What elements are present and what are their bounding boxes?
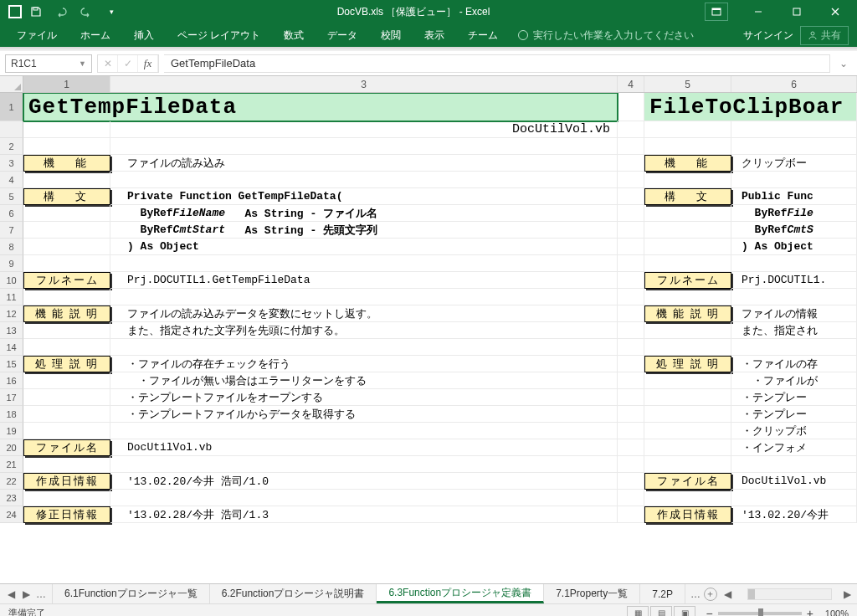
scroll-right-icon[interactable]: ▶ xyxy=(844,588,855,600)
cell[interactable] xyxy=(644,423,731,439)
zoom-in-button[interactable]: + xyxy=(807,607,813,617)
fx-icon[interactable]: fx xyxy=(138,55,158,72)
cell[interactable] xyxy=(110,423,618,439)
cell[interactable] xyxy=(618,205,644,222)
cell-subpath[interactable]: DocUtilVol.vb xyxy=(110,121,618,138)
zoom-level[interactable]: 100% xyxy=(825,608,849,617)
view-page-layout-icon[interactable]: ▤ xyxy=(650,606,672,617)
cell[interactable] xyxy=(618,239,644,255)
close-button[interactable] xyxy=(817,0,854,23)
cell[interactable]: '13.02.20/今井 浩司/1.0 xyxy=(110,473,618,490)
sign-in-link[interactable]: サインイン xyxy=(743,28,793,43)
cell[interactable] xyxy=(23,172,110,188)
cell[interactable]: ByRef CmtStart As String - 先頭文字列 xyxy=(110,222,618,239)
cell[interactable] xyxy=(731,121,857,138)
chevron-down-icon[interactable]: ▼ xyxy=(79,59,86,68)
cell[interactable] xyxy=(618,255,644,272)
cell[interactable]: ByRef File xyxy=(731,205,857,222)
row-header[interactable]: 23 xyxy=(0,490,23,506)
cell[interactable] xyxy=(644,138,731,155)
cell-title-right[interactable]: FileToClipBoar xyxy=(644,93,857,121)
cell[interactable] xyxy=(618,339,644,356)
redo-icon[interactable] xyxy=(75,3,97,21)
sheet-tab[interactable]: 7.2P xyxy=(640,584,685,603)
select-all-corner[interactable] xyxy=(0,76,23,92)
cell[interactable] xyxy=(618,356,644,372)
cell[interactable] xyxy=(23,205,110,222)
label-cell[interactable]: ファイル名 xyxy=(23,439,110,456)
sheet-scroll-more-icon[interactable]: … xyxy=(690,588,700,600)
formula-input[interactable]: GetTempFileData xyxy=(164,54,830,73)
view-page-break-icon[interactable]: ▣ xyxy=(674,606,695,617)
cell[interactable] xyxy=(23,406,110,423)
row-header[interactable]: 9 xyxy=(0,255,23,272)
cell[interactable] xyxy=(23,138,110,155)
cell[interactable] xyxy=(644,255,731,272)
cell[interactable] xyxy=(731,172,857,188)
row-header[interactable]: 22 xyxy=(0,473,23,490)
cell[interactable] xyxy=(110,255,618,272)
cell[interactable] xyxy=(731,490,857,506)
view-normal-icon[interactable]: ▦ xyxy=(627,606,649,617)
row-header[interactable]: 8 xyxy=(0,239,23,255)
row-header[interactable]: 17 xyxy=(0,389,23,406)
worksheet-grid[interactable]: 1 3 4 5 6 1 GetTempFileData FileToClipBo… xyxy=(0,76,857,583)
cell[interactable] xyxy=(23,372,110,389)
cell[interactable]: '13.02.28/今井 浩司/1.3 xyxy=(110,506,618,523)
cell[interactable] xyxy=(644,205,731,222)
tab-review[interactable]: 校閲 xyxy=(369,23,413,47)
tell-me-search[interactable]: 実行したい作業を入力してください xyxy=(518,23,694,47)
cell[interactable] xyxy=(110,138,618,155)
row-header[interactable]: 1 xyxy=(0,93,23,121)
sheet-tab[interactable]: 6.1Functionプロシージャ一覧 xyxy=(53,584,210,603)
cell[interactable]: ・インフォメ xyxy=(731,439,857,456)
cell[interactable] xyxy=(618,188,644,205)
cell[interactable] xyxy=(23,121,110,138)
label-cell[interactable]: 処 理 説 明 xyxy=(23,356,110,372)
cell-title-left[interactable]: GetTempFileData xyxy=(23,93,618,121)
cell[interactable] xyxy=(731,138,857,155)
cell[interactable] xyxy=(731,339,857,356)
name-box[interactable]: R1C1 ▼ xyxy=(5,54,92,73)
cell[interactable] xyxy=(618,172,644,188)
ribbon-display-options-icon[interactable] xyxy=(705,3,728,21)
zoom-out-button[interactable]: − xyxy=(706,607,712,617)
cell[interactable] xyxy=(23,423,110,439)
cancel-formula-icon[interactable]: ✕ xyxy=(98,55,118,72)
cell[interactable]: Prj.DOCUTIL1. xyxy=(731,272,857,289)
scroll-left-icon[interactable]: ◀ xyxy=(724,588,736,600)
minimize-button[interactable] xyxy=(740,0,777,23)
cell[interactable] xyxy=(618,322,644,339)
tab-home[interactable]: ホーム xyxy=(69,23,122,47)
row-header[interactable]: 20 xyxy=(0,439,23,456)
cell[interactable] xyxy=(618,305,644,322)
cell[interactable] xyxy=(618,222,644,239)
label-cell[interactable]: 機 能 xyxy=(23,155,110,172)
cell[interactable] xyxy=(110,490,618,506)
tab-insert[interactable]: 挿入 xyxy=(122,23,166,47)
cell[interactable] xyxy=(618,389,644,406)
cell[interactable] xyxy=(618,473,644,490)
scroll-thumb[interactable] xyxy=(748,589,755,599)
row-header[interactable]: 21 xyxy=(0,456,23,473)
cell[interactable]: ByRef FileName As String - ファイル名 xyxy=(110,205,618,222)
sheet-tab-active[interactable]: 6.3Functionプロシージャ定義書 xyxy=(377,584,544,603)
tab-formulas[interactable]: 数式 xyxy=(272,23,316,47)
cell[interactable]: ・ファイルの存 xyxy=(731,356,857,372)
cell[interactable] xyxy=(644,456,731,473)
cell[interactable] xyxy=(23,322,110,339)
cell[interactable] xyxy=(23,255,110,272)
cell[interactable] xyxy=(644,222,731,239)
scroll-track[interactable] xyxy=(747,588,832,600)
tab-team[interactable]: チーム xyxy=(456,23,510,47)
cell[interactable] xyxy=(618,93,644,121)
cell[interactable] xyxy=(110,172,618,188)
cell[interactable] xyxy=(110,339,618,356)
cell[interactable]: ・ファイルが xyxy=(731,372,857,389)
cell[interactable] xyxy=(644,289,731,305)
cell[interactable] xyxy=(618,272,644,289)
zoom-slider-thumb[interactable] xyxy=(758,608,763,617)
col-header[interactable]: 4 xyxy=(618,76,644,92)
cell[interactable] xyxy=(644,322,731,339)
enter-formula-icon[interactable]: ✓ xyxy=(118,55,138,72)
